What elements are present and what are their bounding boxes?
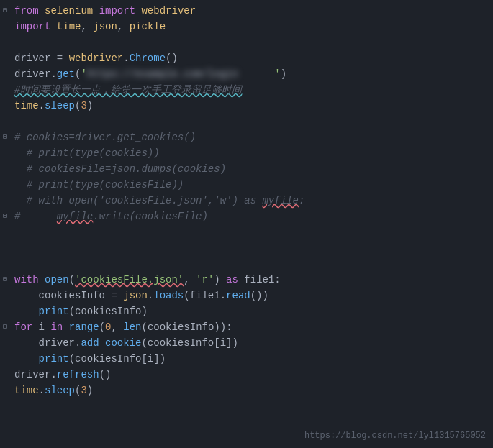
code-line-20: print(cookiesInfo) — [0, 303, 493, 319]
comment-print-1: # print(type(cookies)) — [14, 145, 160, 161]
code-line-4: driver = webdriver.Chrome() — [0, 50, 493, 66]
comment-zh-1: #时间要设置长一点，给第一次手工登录留足够时间 — [14, 82, 242, 98]
num-0: 0 — [105, 319, 111, 335]
code-line-5: driver.get('https://example.com/login ') — [0, 66, 493, 82]
comment-print-2: # print(type(cookiesFile)) — [14, 177, 184, 193]
fold-icon-21[interactable]: ⊟ — [3, 319, 7, 335]
str-r: 'r' — [196, 272, 214, 288]
watermark: https://blog.csdn.net/lyl1315765052 — [304, 428, 486, 444]
code-line-24: driver.refresh() — [0, 367, 493, 383]
comment-write-2: .write(cookiesFile) — [93, 209, 208, 224]
fn-print-2: print — [39, 351, 69, 367]
num-3-2: 3 — [81, 383, 86, 398]
comment-write: # — [14, 209, 57, 224]
mod-time-sleep: time — [14, 98, 39, 114]
code-line-empty-5 — [0, 256, 493, 272]
module-selenium: selenium — [45, 3, 93, 19]
module-json: json — [93, 19, 117, 35]
code-line-9: ⊟ # cookies=driver.get_cookies() — [0, 129, 493, 145]
code-line-empty-3 — [0, 224, 493, 240]
code-line-1: ⊟ from selenium import webdriver — [0, 3, 493, 19]
code-line-19: cookiesInfo = json.loads(file1.read()) — [0, 288, 493, 303]
code-line-12: # print(type(cookiesFile)) — [0, 177, 493, 193]
fn-sleep-1: sleep — [45, 98, 75, 114]
code-line-25: time.sleep(3) — [0, 383, 493, 398]
keyword-import: import — [14, 19, 50, 35]
code-block: ⊟ from selenium import webdriver import … — [0, 0, 493, 401]
code-line-10: # print(type(cookies)) — [0, 145, 493, 161]
fold-icon-14[interactable]: ⊟ — [3, 209, 7, 224]
code-line-6: #时间要设置长一点，给第一次手工登录留足够时间 — [0, 82, 493, 98]
comment-with-open: # with open('cookiesFile.json','w') as — [14, 193, 262, 209]
keyword-from: from — [14, 3, 39, 19]
str-url-quote: ' — [81, 66, 86, 82]
fn-open-1: open — [45, 272, 69, 288]
mod-json-loads: json — [123, 288, 148, 303]
comment-colon: : — [299, 193, 304, 209]
module-time: time — [57, 19, 81, 35]
code-line-2: import time, json, pickle — [0, 19, 493, 35]
kw-with: with — [14, 272, 39, 288]
module-pickle: pickle — [130, 19, 166, 35]
comment-cookies-1: # cookies=driver.get_cookies() — [14, 129, 196, 145]
kw-for: for — [14, 319, 32, 335]
module-webdriver-ref: webdriver — [69, 50, 124, 66]
kw-as: as — [226, 272, 238, 288]
str-url-blurred: https://example.com/login — [87, 66, 274, 82]
code-line-18: ⊟ with open('cookiesFile.json', 'r') as … — [0, 272, 493, 288]
fn-sleep-2: sleep — [45, 383, 75, 398]
code-line-22: driver.add_cookie(cookiesInfo[i]) — [0, 335, 493, 351]
code-line-23: print(cookiesInfo[i]) — [0, 351, 493, 367]
code-line-empty-1 — [0, 35, 493, 50]
fn-read: read — [226, 288, 250, 303]
kw-in: in — [50, 319, 63, 335]
str-url-close: ' — [274, 66, 280, 82]
fn-chrome: Chrome — [130, 50, 166, 66]
fn-print-1: print — [39, 303, 69, 319]
code-line-21: ⊟ for i in range(0, len(cookiesInfo)): — [0, 319, 493, 335]
num-3-1: 3 — [81, 98, 86, 114]
fold-icon-9[interactable]: ⊟ — [3, 129, 7, 145]
comment-myfile-2: myfile — [57, 209, 93, 224]
fn-add-cookie: add_cookie — [81, 335, 141, 351]
fold-icon-1[interactable]: ⊟ — [3, 3, 7, 19]
code-line-11: # cookiesFile=json.dumps(cookies) — [0, 161, 493, 177]
fn-range: range — [69, 319, 99, 335]
code-line-empty-2 — [0, 114, 493, 129]
comment-cookiesfile: # cookiesFile=json.dumps(cookies) — [14, 161, 226, 177]
mod-time-2: time — [14, 383, 39, 398]
comment-myfile: myfile — [262, 193, 298, 209]
module-webdriver: webdriver — [141, 3, 196, 19]
code-line-13: # with open('cookiesFile.json','w') as m… — [0, 193, 493, 209]
fold-icon-18[interactable]: ⊟ — [3, 272, 7, 288]
code-line-empty-4 — [0, 240, 493, 256]
keyword-import: import — [99, 3, 135, 19]
str-cookiesfile-json-r: 'cookiesFile.json' — [75, 272, 184, 288]
fn-refresh: refresh — [57, 367, 99, 383]
code-line-7: time.sleep(3) — [0, 98, 493, 114]
code-line-14: ⊟ # myfile.write(cookiesFile) — [0, 209, 493, 224]
fn-loads: loads — [153, 288, 184, 303]
fn-get: get — [57, 66, 75, 82]
fn-len: len — [123, 319, 141, 335]
